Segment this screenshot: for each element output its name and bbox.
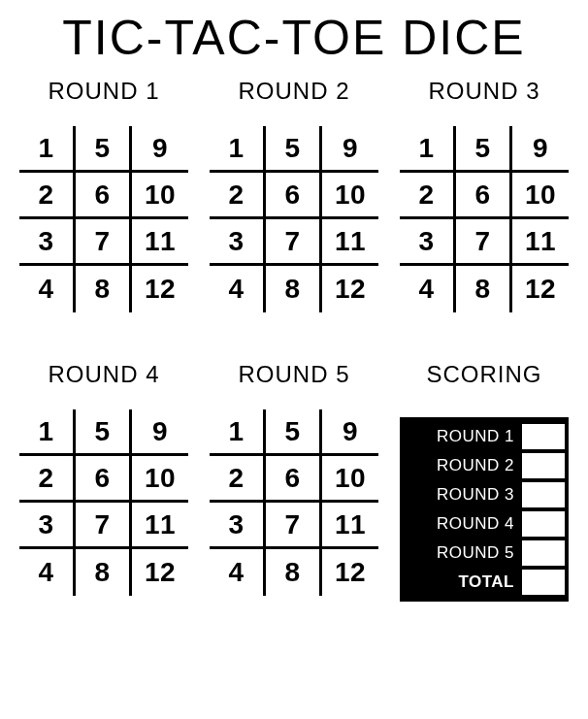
score-row-1: ROUND 1 [404,423,565,450]
board-cell[interactable]: 8 [76,266,132,312]
round-5-board: ROUND 5 1 5 9 2 6 10 3 7 11 4 8 12 [210,361,378,602]
board-cell[interactable]: 12 [512,266,569,312]
board-cell[interactable]: 10 [322,173,378,219]
round-3-heading: ROUND 3 [400,78,569,105]
scoring-heading: SCORING [400,361,569,388]
board-cell[interactable]: 1 [400,126,456,173]
board-cell[interactable]: 4 [210,266,266,312]
board-cell[interactable]: 5 [266,126,322,173]
round-1-grid: 1 5 9 2 6 10 3 7 11 4 8 12 [19,126,188,312]
score-label: ROUND 1 [404,427,522,446]
board-cell[interactable]: 7 [76,503,132,549]
board-cell[interactable]: 9 [132,409,188,456]
round-5-grid: 1 5 9 2 6 10 3 7 11 4 8 12 [210,409,378,596]
board-cell[interactable]: 7 [456,219,512,266]
game-title: TIC-TAC-TOE DICE [19,10,569,66]
board-cell[interactable]: 11 [322,503,378,549]
board-cell[interactable]: 7 [76,219,132,266]
board-cell[interactable]: 9 [322,126,378,173]
board-cell[interactable]: 10 [132,173,188,219]
board-cell[interactable]: 9 [322,409,378,456]
round-5-heading: ROUND 5 [210,361,378,388]
board-cell[interactable]: 12 [322,549,378,596]
board-cell[interactable]: 2 [210,173,266,219]
score-label: ROUND 2 [404,456,522,475]
board-cell[interactable]: 7 [266,503,322,549]
board-cell[interactable]: 4 [400,266,456,312]
board-cell[interactable]: 11 [132,219,188,266]
board-cell[interactable]: 3 [19,503,76,549]
board-cell[interactable]: 6 [76,456,132,503]
board-cell[interactable]: 1 [19,126,76,173]
score-row-3: ROUND 3 [404,481,565,508]
score-input-5[interactable] [522,540,565,566]
board-cell[interactable]: 9 [512,126,569,173]
round-3-board: ROUND 3 1 5 9 2 6 10 3 7 11 4 8 12 [400,78,569,312]
board-cell[interactable]: 8 [456,266,512,312]
board-cell[interactable]: 11 [132,503,188,549]
round-1-board: ROUND 1 1 5 9 2 6 10 3 7 11 4 8 12 [19,78,188,312]
board-cell[interactable]: 3 [400,219,456,266]
board-cell[interactable]: 4 [210,549,266,596]
score-label: ROUND 5 [404,543,522,563]
round-4-board: ROUND 4 1 5 9 2 6 10 3 7 11 4 8 12 [19,361,188,602]
board-cell[interactable]: 1 [210,409,266,456]
board-cell[interactable]: 6 [266,456,322,503]
board-cell[interactable]: 12 [322,266,378,312]
score-input-1[interactable] [522,424,565,449]
round-2-grid: 1 5 9 2 6 10 3 7 11 4 8 12 [210,126,378,312]
scoresheet-page: TIC-TAC-TOE DICE ROUND 1 1 5 9 2 6 10 3 … [0,0,588,719]
board-cell[interactable]: 2 [400,173,456,219]
round-4-heading: ROUND 4 [19,361,188,388]
round-1-heading: ROUND 1 [19,78,188,105]
score-label: ROUND 4 [404,514,522,534]
round-4-grid: 1 5 9 2 6 10 3 7 11 4 8 12 [19,409,188,596]
score-row-2: ROUND 2 [404,452,565,479]
board-cell[interactable]: 12 [132,266,188,312]
board-cell[interactable]: 12 [132,549,188,596]
board-cell[interactable]: 5 [456,126,512,173]
round-2-heading: ROUND 2 [210,78,378,105]
board-cell[interactable]: 2 [19,173,76,219]
board-cell[interactable]: 6 [266,173,322,219]
board-cell[interactable]: 5 [76,409,132,456]
board-cell[interactable]: 3 [210,503,266,549]
board-cell[interactable]: 4 [19,266,76,312]
board-cell[interactable]: 11 [512,219,569,266]
score-input-3[interactable] [522,482,565,507]
board-cell[interactable]: 10 [512,173,569,219]
board-cell[interactable]: 4 [19,549,76,596]
board-cell[interactable]: 8 [266,266,322,312]
board-cell[interactable]: 8 [266,549,322,596]
score-row-4: ROUND 4 [404,510,565,538]
scoring-box: ROUND 1 ROUND 2 ROUND 3 ROUND 4 ROUND 5 [400,417,569,602]
score-input-2[interactable] [522,453,565,478]
score-input-total[interactable] [522,570,565,595]
round-3-grid: 1 5 9 2 6 10 3 7 11 4 8 12 [400,126,569,312]
board-cell[interactable]: 1 [19,409,76,456]
round-2-board: ROUND 2 1 5 9 2 6 10 3 7 11 4 8 12 [210,78,378,312]
board-cell[interactable]: 1 [210,126,266,173]
board-cell[interactable]: 5 [76,126,132,173]
boards-container: ROUND 1 1 5 9 2 6 10 3 7 11 4 8 12 ROUND… [19,78,569,602]
board-cell[interactable]: 10 [322,456,378,503]
board-cell[interactable]: 2 [19,456,76,503]
score-label: ROUND 3 [404,485,522,505]
board-cell[interactable]: 9 [132,126,188,173]
board-cell[interactable]: 8 [76,549,132,596]
score-row-total: TOTAL [404,569,565,596]
board-cell[interactable]: 11 [322,219,378,266]
board-cell[interactable]: 5 [266,409,322,456]
board-cell[interactable]: 10 [132,456,188,503]
board-cell[interactable]: 2 [210,456,266,503]
board-cell[interactable]: 6 [76,173,132,219]
score-label-total: TOTAL [404,572,522,592]
scoring-panel: SCORING ROUND 1 ROUND 2 ROUND 3 ROUND 4 [400,361,569,602]
board-cell[interactable]: 6 [456,173,512,219]
board-cell[interactable]: 7 [266,219,322,266]
board-cell[interactable]: 3 [19,219,76,266]
board-cell[interactable]: 3 [210,219,266,266]
score-row-5: ROUND 5 [404,539,565,567]
score-input-4[interactable] [522,511,565,537]
